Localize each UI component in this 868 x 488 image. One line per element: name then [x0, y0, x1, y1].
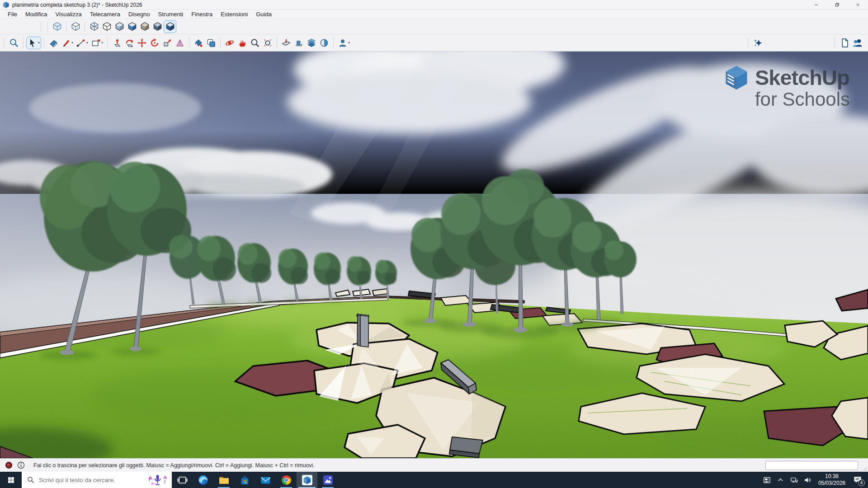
info-icon[interactable] — [17, 461, 25, 469]
ai-assistant[interactable] — [752, 37, 764, 49]
zoom-tool[interactable] — [249, 37, 261, 49]
pan-tool-icon — [237, 38, 247, 48]
taskbar-app-microsoft-store[interactable] — [234, 472, 255, 488]
menu-visualizza[interactable]: Visualizza — [51, 11, 85, 18]
toolbar-grip[interactable] — [40, 21, 42, 32]
shadows-tool-icon — [294, 38, 304, 48]
taskbar-clock[interactable]: 10:38 05/03/2026 — [815, 473, 849, 487]
action-center-button[interactable]: 4 — [849, 472, 866, 488]
style-shaded[interactable] — [113, 20, 126, 33]
widgets-button[interactable] — [760, 472, 774, 488]
taskbar-app-google-chrome[interactable] — [276, 472, 297, 488]
zoom-extents-tool[interactable] — [261, 37, 274, 49]
style-back-edges-icon — [71, 22, 80, 31]
style-shaded-textures[interactable] — [126, 20, 138, 33]
paint-bucket-tool[interactable] — [192, 37, 205, 49]
stone-pillar[interactable] — [357, 314, 369, 347]
style-wireframe[interactable] — [88, 20, 100, 33]
dropdown-caret-icon[interactable]: ▾ — [101, 41, 103, 45]
menu-file[interactable]: File — [4, 11, 21, 18]
taskbar-app-sketchup-app[interactable] — [297, 472, 317, 488]
toolbar-separator — [189, 38, 189, 48]
close-button[interactable] — [847, 0, 868, 9]
taskbar-app-microsoft-edge[interactable] — [193, 472, 213, 488]
collaboration-panel[interactable] — [851, 37, 863, 49]
scale-tool[interactable] — [161, 37, 174, 49]
search-tool-icon — [9, 38, 19, 48]
tray-chevron-up-icon[interactable] — [774, 472, 788, 488]
menu-finestra[interactable]: Finestra — [187, 11, 217, 18]
style-hidden-line[interactable] — [100, 20, 113, 33]
materials-tool[interactable] — [205, 37, 217, 49]
taskbar-app-mail[interactable] — [255, 472, 276, 488]
taskbar-app-file-explorer[interactable] — [213, 472, 234, 488]
menu-modifica[interactable]: Modifica — [21, 11, 51, 18]
follow-me-tool[interactable] — [123, 37, 136, 49]
rectangle-tool[interactable]: ▾ — [90, 37, 104, 49]
dropdown-caret-icon[interactable]: ▾ — [38, 41, 40, 45]
dropdown-caret-icon[interactable]: ▾ — [86, 41, 88, 45]
rotate-tool[interactable] — [148, 37, 161, 49]
notification-badge: 4 — [858, 479, 865, 486]
toolbar-grip[interactable] — [833, 38, 836, 48]
toolbar-grip[interactable] — [3, 38, 5, 48]
main-toolbar: ▾▾▾▾▾ — [0, 34, 868, 52]
rectangle-tool-icon — [91, 38, 101, 48]
menu-estensioni[interactable]: Estensioni — [217, 11, 252, 18]
taskbar-search[interactable] — [22, 472, 172, 488]
push-pull-tool[interactable] — [110, 37, 123, 49]
sketchup-app-icon — [302, 474, 313, 486]
style-back-edges[interactable] — [69, 20, 82, 33]
shadows-tool[interactable] — [292, 37, 305, 49]
search-input[interactable] — [38, 476, 146, 484]
taskbar-app-task-view[interactable] — [172, 472, 193, 488]
task-view-icon — [177, 474, 188, 486]
style-monochrome[interactable] — [151, 20, 164, 33]
scene-render — [0, 52, 868, 458]
select-tool-icon — [28, 38, 38, 48]
document-panel[interactable] — [838, 37, 851, 49]
pan-tool[interactable] — [236, 37, 249, 49]
menu-strumenti[interactable]: Strumenti — [154, 11, 188, 18]
orbit-tool[interactable] — [223, 37, 236, 49]
measurements-input[interactable] — [765, 461, 858, 470]
style-photorealistic[interactable] — [138, 20, 151, 33]
menubar: FileModificaVisualizzaTelecameraDisegnoS… — [0, 10, 868, 19]
select-tool[interactable]: ▾ — [26, 37, 41, 49]
menu-guida[interactable]: Guida — [252, 11, 276, 18]
start-button[interactable] — [0, 472, 22, 488]
style-xray[interactable] — [51, 20, 63, 33]
line-tool[interactable]: ▾ — [75, 37, 90, 49]
styles-tool[interactable] — [318, 37, 330, 49]
menu-disegno[interactable]: Disegno — [124, 11, 154, 18]
dropdown-caret-icon[interactable]: ▾ — [71, 41, 73, 45]
section-plane-tool[interactable] — [280, 37, 292, 49]
foreground-box[interactable] — [449, 437, 483, 458]
viewport-3d[interactable]: SketchUp for Schools — [0, 52, 868, 458]
materials-tool-icon — [206, 38, 216, 48]
geolocation-icon[interactable] — [5, 461, 13, 469]
freehand-tool[interactable]: ▾ — [60, 37, 75, 49]
volume-icon[interactable] — [801, 472, 815, 488]
dropdown-caret-icon[interactable]: ▾ — [348, 41, 350, 45]
toolbar-grip[interactable] — [747, 38, 750, 48]
window-title: planimetria completa sketchup 3 (2)* - S… — [12, 2, 142, 8]
taskbar-app-photos[interactable] — [317, 472, 338, 488]
tags-tool[interactable] — [305, 37, 318, 49]
zoom-extents-tool-icon — [263, 38, 273, 48]
toolbar-separator — [47, 21, 48, 32]
style-wireframe-icon — [90, 22, 99, 31]
menu-telecamera[interactable]: Telecamera — [86, 11, 124, 18]
resize-grip[interactable] — [862, 465, 867, 471]
account-menu[interactable]: ▾ — [336, 37, 351, 49]
eraser-tool[interactable] — [47, 37, 60, 49]
tape-measure-tool[interactable] — [174, 37, 186, 49]
maximize-button[interactable] — [826, 0, 847, 9]
minimize-button[interactable] — [806, 0, 826, 9]
network-icon[interactable] — [788, 472, 801, 488]
search-highlight-art-icon[interactable] — [146, 473, 169, 487]
search-tool[interactable] — [8, 37, 20, 49]
style-current[interactable] — [164, 20, 176, 33]
move-tool[interactable] — [136, 37, 148, 49]
collaboration-panel-icon — [852, 38, 862, 48]
